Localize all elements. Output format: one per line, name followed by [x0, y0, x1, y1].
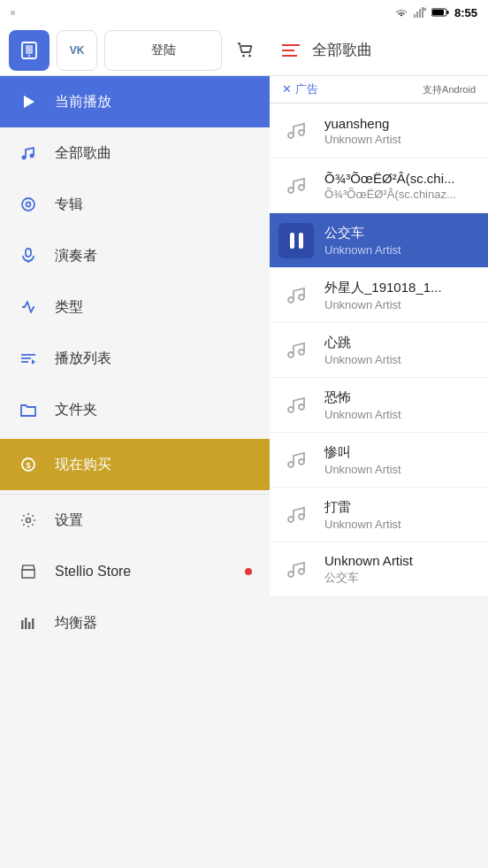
- svg-rect-8: [432, 10, 444, 15]
- ad-bar: ✕ 广告 支持Android: [270, 76, 488, 104]
- svg-rect-28: [22, 570, 34, 578]
- sidebar-item-playlist[interactable]: 播放列表: [0, 333, 270, 384]
- song-item-3[interactable]: 公交车 Unknown Artist: [270, 213, 488, 268]
- song-info-5: 心跳 Unknown Artist: [324, 334, 479, 366]
- pause-icon: [278, 223, 314, 258]
- svg-point-15: [22, 156, 27, 160]
- song-item-1[interactable]: yuansheng Unknown Artist: [270, 104, 488, 158]
- svg-marker-24: [32, 359, 35, 365]
- sidebar-item-now-playing[interactable]: 当前播放: [0, 76, 270, 127]
- svg-rect-30: [25, 618, 27, 629]
- song-info-2: Õ¾³ÕœËØ²Â(sc.chi... Õ¾³ÕœËØ²Â(sc.chinaz.…: [324, 171, 479, 201]
- song-info-3: 公交车 Unknown Artist: [324, 225, 479, 257]
- song-artist-2: Õ¾³ÕœËØ²Â(sc.chinaz...: [324, 188, 479, 201]
- svg-rect-29: [21, 620, 24, 629]
- song-artist-1: Unknown Artist: [324, 133, 479, 146]
- song-title-1: yuansheng: [324, 116, 479, 131]
- svg-point-16: [30, 154, 34, 158]
- svg-rect-2: [419, 9, 421, 18]
- svg-rect-1: [416, 12, 418, 18]
- device-icon: [19, 41, 39, 60]
- genre-icon: [18, 296, 39, 318]
- song-artist-4: Unknown Artist: [324, 298, 479, 311]
- sidebar-menu: 当前播放 全部歌曲 专辑 演奏者: [0, 76, 270, 868]
- song-panel-header: 全部歌曲: [270, 25, 488, 76]
- sidebar-item-artists[interactable]: 演奏者: [0, 230, 270, 281]
- song-item-6[interactable]: 恐怖 Unknown Artist: [270, 378, 488, 433]
- buy-icon: $: [18, 454, 39, 475]
- song-title-2: Õ¾³ÕœËØ²Â(sc.chi...: [324, 171, 479, 186]
- vk-button[interactable]: VK: [57, 30, 97, 71]
- pause-bar-1: [290, 233, 294, 249]
- song-icon-5: [278, 333, 314, 368]
- music-note-icon-6: [286, 395, 307, 416]
- music-note-icon-4: [286, 285, 307, 306]
- play-icon: [18, 91, 39, 112]
- album-icon: [18, 194, 39, 215]
- device-button[interactable]: [9, 30, 50, 71]
- svg-point-47: [288, 572, 294, 577]
- sidebar-item-all-songs[interactable]: 全部歌曲: [0, 127, 270, 179]
- settings-icon: [18, 510, 39, 531]
- svg-point-33: [288, 133, 294, 138]
- menu-line-1: [282, 44, 300, 46]
- song-info-4: 外星人_191018_1... Unknown Artist: [324, 280, 479, 311]
- status-dot: [11, 11, 15, 15]
- song-item-7[interactable]: 惨叫 Unknown Artist: [270, 433, 488, 488]
- svg-marker-14: [24, 96, 34, 108]
- song-artist-3: Unknown Artist: [324, 243, 479, 257]
- sidebar-item-albums[interactable]: 专辑: [0, 179, 270, 230]
- mic-icon: [18, 245, 39, 266]
- sidebar-item-folder[interactable]: 文件夹: [0, 384, 270, 435]
- svg-rect-31: [28, 622, 31, 629]
- sidebar-item-equalizer[interactable]: 均衡器: [0, 597, 270, 649]
- menu-hamburger-button[interactable]: [282, 44, 300, 57]
- song-list: yuansheng Unknown Artist Õ¾³ÕœËØ²Â(sc.ch…: [270, 104, 488, 868]
- status-bar: 8:55: [0, 0, 488, 25]
- ad-close-button[interactable]: ✕ 广告: [282, 81, 318, 97]
- song-icon-4: [278, 278, 314, 313]
- song-item-9[interactable]: Unknown Artist 公交车: [270, 542, 488, 597]
- menu-line-3: [282, 55, 297, 57]
- song-item-5[interactable]: 心跳 Unknown Artist: [270, 323, 488, 378]
- sidebar-item-buy-now[interactable]: $ 现在购买: [0, 439, 270, 490]
- sidebar-header: VK 登陆: [0, 25, 270, 76]
- song-info-9: Unknown Artist 公交车: [324, 553, 479, 586]
- login-button[interactable]: 登陆: [104, 30, 222, 71]
- svg-point-18: [27, 203, 31, 207]
- status-left: [11, 11, 15, 15]
- song-artist-7: Unknown Artist: [324, 463, 479, 476]
- song-item-8[interactable]: 打雷 Unknown Artist: [270, 488, 488, 542]
- song-title-9: Unknown Artist: [324, 553, 479, 568]
- store-icon: [18, 561, 39, 582]
- svg-text:$: $: [26, 461, 30, 470]
- music-note-icon: [18, 142, 39, 164]
- song-item-4[interactable]: 外星人_191018_1... Unknown Artist: [270, 268, 488, 323]
- svg-rect-10: [26, 45, 33, 54]
- svg-point-38: [299, 295, 304, 300]
- song-icon-3: [278, 223, 314, 258]
- sidebar-item-genres[interactable]: 类型: [0, 281, 270, 333]
- svg-point-39: [288, 352, 294, 357]
- song-icon-6: [278, 388, 314, 423]
- song-item-2[interactable]: Õ¾³ÕœËØ²Â(sc.chi... Õ¾³ÕœËØ²Â(sc.chinaz.…: [270, 158, 488, 213]
- svg-rect-0: [414, 14, 416, 18]
- song-panel: 全部歌曲 ✕ 广告 支持Android yuansheng Unk: [270, 25, 488, 868]
- battery-icon: [431, 7, 449, 18]
- song-title-8: 打雷: [324, 499, 479, 516]
- svg-rect-19: [26, 249, 31, 257]
- status-right: 8:55: [394, 6, 477, 19]
- notification-dot: [245, 568, 252, 575]
- sidebar-item-stellio-store[interactable]: Stellio Store: [0, 546, 270, 597]
- cart-button[interactable]: [229, 35, 261, 66]
- svg-rect-3: [422, 7, 423, 18]
- svg-point-34: [299, 130, 304, 135]
- sidebar-item-settings[interactable]: 设置: [0, 495, 270, 546]
- song-info-1: yuansheng Unknown Artist: [324, 116, 479, 146]
- cart-icon: [235, 41, 255, 60]
- song-title-4: 外星人_191018_1...: [324, 280, 479, 296]
- menu-line-2: [282, 50, 294, 51]
- song-info-6: 恐怖 Unknown Artist: [324, 389, 479, 421]
- song-icon-9: [278, 552, 314, 588]
- svg-point-41: [288, 407, 294, 412]
